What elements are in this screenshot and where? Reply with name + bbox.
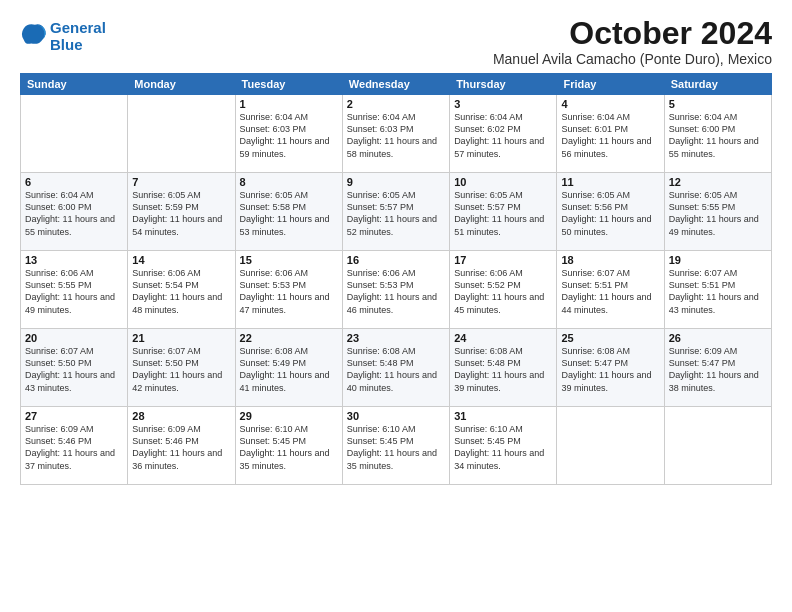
calendar-header-thursday: Thursday [450,74,557,95]
day-info: Sunrise: 6:08 AMSunset: 5:49 PMDaylight:… [240,345,338,394]
calendar-cell: 5Sunrise: 6:04 AMSunset: 6:00 PMDaylight… [664,95,771,173]
logo-icon [20,21,48,49]
calendar-cell: 4Sunrise: 6:04 AMSunset: 6:01 PMDaylight… [557,95,664,173]
day-info: Sunrise: 6:08 AMSunset: 5:48 PMDaylight:… [454,345,552,394]
calendar-header-monday: Monday [128,74,235,95]
calendar-cell: 25Sunrise: 6:08 AMSunset: 5:47 PMDayligh… [557,329,664,407]
day-info: Sunrise: 6:06 AMSunset: 5:53 PMDaylight:… [240,267,338,316]
calendar-cell: 10Sunrise: 6:05 AMSunset: 5:57 PMDayligh… [450,173,557,251]
day-number: 8 [240,176,338,188]
day-info: Sunrise: 6:06 AMSunset: 5:53 PMDaylight:… [347,267,445,316]
calendar-cell [21,95,128,173]
day-number: 21 [132,332,230,344]
calendar-cell: 23Sunrise: 6:08 AMSunset: 5:48 PMDayligh… [342,329,449,407]
calendar-cell: 26Sunrise: 6:09 AMSunset: 5:47 PMDayligh… [664,329,771,407]
calendar-cell: 18Sunrise: 6:07 AMSunset: 5:51 PMDayligh… [557,251,664,329]
calendar-cell: 8Sunrise: 6:05 AMSunset: 5:58 PMDaylight… [235,173,342,251]
day-info: Sunrise: 6:05 AMSunset: 5:56 PMDaylight:… [561,189,659,238]
calendar-cell: 29Sunrise: 6:10 AMSunset: 5:45 PMDayligh… [235,407,342,485]
calendar-cell: 11Sunrise: 6:05 AMSunset: 5:56 PMDayligh… [557,173,664,251]
day-number: 18 [561,254,659,266]
day-info: Sunrise: 6:10 AMSunset: 5:45 PMDaylight:… [347,423,445,472]
day-number: 11 [561,176,659,188]
day-info: Sunrise: 6:04 AMSunset: 6:00 PMDaylight:… [669,111,767,160]
day-info: Sunrise: 6:09 AMSunset: 5:46 PMDaylight:… [25,423,123,472]
day-number: 27 [25,410,123,422]
day-info: Sunrise: 6:04 AMSunset: 6:00 PMDaylight:… [25,189,123,238]
calendar-week-row: 27Sunrise: 6:09 AMSunset: 5:46 PMDayligh… [21,407,772,485]
day-number: 25 [561,332,659,344]
calendar-table: SundayMondayTuesdayWednesdayThursdayFrid… [20,73,772,485]
day-info: Sunrise: 6:06 AMSunset: 5:55 PMDaylight:… [25,267,123,316]
calendar-cell: 14Sunrise: 6:06 AMSunset: 5:54 PMDayligh… [128,251,235,329]
calendar-cell [128,95,235,173]
day-info: Sunrise: 6:08 AMSunset: 5:48 PMDaylight:… [347,345,445,394]
logo-text: General Blue [50,20,106,53]
calendar-cell: 1Sunrise: 6:04 AMSunset: 6:03 PMDaylight… [235,95,342,173]
day-info: Sunrise: 6:06 AMSunset: 5:52 PMDaylight:… [454,267,552,316]
day-number: 24 [454,332,552,344]
calendar-cell: 24Sunrise: 6:08 AMSunset: 5:48 PMDayligh… [450,329,557,407]
header: General Blue October 2024 Manuel Avila C… [20,16,772,67]
day-number: 12 [669,176,767,188]
day-info: Sunrise: 6:05 AMSunset: 5:57 PMDaylight:… [347,189,445,238]
day-info: Sunrise: 6:05 AMSunset: 5:55 PMDaylight:… [669,189,767,238]
day-number: 2 [347,98,445,110]
day-info: Sunrise: 6:07 AMSunset: 5:51 PMDaylight:… [561,267,659,316]
location-title: Manuel Avila Camacho (Ponte Duro), Mexic… [493,51,772,67]
calendar-header-row: SundayMondayTuesdayWednesdayThursdayFrid… [21,74,772,95]
calendar-cell: 30Sunrise: 6:10 AMSunset: 5:45 PMDayligh… [342,407,449,485]
day-info: Sunrise: 6:07 AMSunset: 5:50 PMDaylight:… [132,345,230,394]
calendar-week-row: 20Sunrise: 6:07 AMSunset: 5:50 PMDayligh… [21,329,772,407]
calendar-cell [664,407,771,485]
page: General Blue October 2024 Manuel Avila C… [0,0,792,612]
calendar-cell: 7Sunrise: 6:05 AMSunset: 5:59 PMDaylight… [128,173,235,251]
day-number: 9 [347,176,445,188]
calendar-cell: 28Sunrise: 6:09 AMSunset: 5:46 PMDayligh… [128,407,235,485]
day-info: Sunrise: 6:06 AMSunset: 5:54 PMDaylight:… [132,267,230,316]
day-info: Sunrise: 6:04 AMSunset: 6:01 PMDaylight:… [561,111,659,160]
calendar-header-sunday: Sunday [21,74,128,95]
day-number: 3 [454,98,552,110]
day-number: 4 [561,98,659,110]
day-number: 31 [454,410,552,422]
calendar-week-row: 1Sunrise: 6:04 AMSunset: 6:03 PMDaylight… [21,95,772,173]
calendar-week-row: 6Sunrise: 6:04 AMSunset: 6:00 PMDaylight… [21,173,772,251]
calendar-cell: 31Sunrise: 6:10 AMSunset: 5:45 PMDayligh… [450,407,557,485]
calendar-cell: 2Sunrise: 6:04 AMSunset: 6:03 PMDaylight… [342,95,449,173]
day-number: 17 [454,254,552,266]
calendar-cell: 22Sunrise: 6:08 AMSunset: 5:49 PMDayligh… [235,329,342,407]
day-number: 20 [25,332,123,344]
day-number: 19 [669,254,767,266]
day-info: Sunrise: 6:05 AMSunset: 5:58 PMDaylight:… [240,189,338,238]
day-info: Sunrise: 6:09 AMSunset: 5:47 PMDaylight:… [669,345,767,394]
day-info: Sunrise: 6:09 AMSunset: 5:46 PMDaylight:… [132,423,230,472]
day-number: 7 [132,176,230,188]
calendar-cell: 27Sunrise: 6:09 AMSunset: 5:46 PMDayligh… [21,407,128,485]
month-title: October 2024 [493,16,772,51]
day-number: 16 [347,254,445,266]
day-number: 6 [25,176,123,188]
calendar-cell: 17Sunrise: 6:06 AMSunset: 5:52 PMDayligh… [450,251,557,329]
day-info: Sunrise: 6:04 AMSunset: 6:02 PMDaylight:… [454,111,552,160]
calendar-cell: 20Sunrise: 6:07 AMSunset: 5:50 PMDayligh… [21,329,128,407]
calendar-header-tuesday: Tuesday [235,74,342,95]
day-number: 23 [347,332,445,344]
calendar-cell: 3Sunrise: 6:04 AMSunset: 6:02 PMDaylight… [450,95,557,173]
day-number: 13 [25,254,123,266]
day-info: Sunrise: 6:04 AMSunset: 6:03 PMDaylight:… [240,111,338,160]
title-area: October 2024 Manuel Avila Camacho (Ponte… [493,16,772,67]
calendar-cell: 21Sunrise: 6:07 AMSunset: 5:50 PMDayligh… [128,329,235,407]
calendar-header-saturday: Saturday [664,74,771,95]
day-number: 5 [669,98,767,110]
day-number: 14 [132,254,230,266]
day-number: 22 [240,332,338,344]
calendar-cell: 9Sunrise: 6:05 AMSunset: 5:57 PMDaylight… [342,173,449,251]
day-number: 26 [669,332,767,344]
day-number: 29 [240,410,338,422]
calendar-cell: 15Sunrise: 6:06 AMSunset: 5:53 PMDayligh… [235,251,342,329]
day-info: Sunrise: 6:04 AMSunset: 6:03 PMDaylight:… [347,111,445,160]
calendar-cell [557,407,664,485]
logo-area: General Blue [20,20,106,53]
day-info: Sunrise: 6:10 AMSunset: 5:45 PMDaylight:… [454,423,552,472]
